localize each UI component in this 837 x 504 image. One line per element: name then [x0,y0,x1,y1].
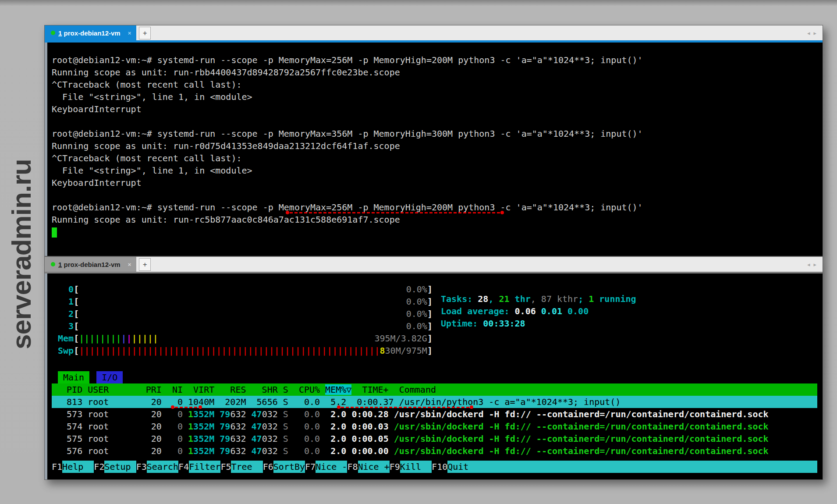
fkey-f6[interactable]: F6 [263,461,273,473]
meter-zone: ||||||||||||||||||||||||||||||||||||||||… [79,344,427,357]
cell-segment: 352M [193,446,214,456]
column-header-group[interactable]: MEM%▽ [325,384,351,395]
process-row-selected[interactable]: 813 root 20 0 1040M 202M 5656 S 0.0 5.2 … [52,396,817,408]
htop-tab-io[interactable]: I/O [96,371,123,383]
fkey-label-setup[interactable]: Setup [104,461,136,473]
meter-row: 3[0.0%] [58,320,817,332]
process-row[interactable]: 573 root 20 0 1352M 79632 47032 S 0.0 2.… [52,408,817,420]
cell-segment [246,433,252,444]
tab-scroll-arrows[interactable]: ◂ ▸ [807,257,816,272]
cell-segment: S [278,446,288,456]
process-row[interactable]: 574 root 20 0 1352M 79632 47032 S 0.0 2.… [52,420,817,433]
text-cursor [52,227,57,238]
fkey-label-sortby[interactable]: SortBy [273,461,305,473]
text-segment: thr [510,294,531,304]
cell-segment: 574 root 20 [56,421,162,432]
new-tab-button[interactable]: + [139,27,151,39]
cell-segment [214,409,220,419]
meter-bracket: ] [427,321,433,331]
meter-bars: ||||||||||||||||||||||||||||||||||||||||… [79,345,379,356]
column-header-group[interactable]: TIME+ Command [351,384,436,395]
text-segment: 0.00 [567,306,589,316]
meter-value-part: 30M/975M [385,345,427,356]
close-icon[interactable]: × [128,30,131,36]
htop-meters: 0[0.0%] 1[0.0%] 2[0.0%] 3[0.0%]Mem[|||||… [52,283,817,357]
process-table-header[interactable]: PID USER PRI NI VIRT RES SHR S CPU% MEM%… [52,383,817,396]
fkey-f3[interactable]: F3 [136,461,147,473]
cell-segment: 352M [193,409,214,419]
cell-segment: 0:00.05 [346,433,388,444]
htop-screen-tabs: MainI/O [58,371,817,383]
terminal-output-top[interactable]: root@debian12-vm:~# systemd-run --scope … [45,43,823,256]
tab-prox-debian12-vm[interactable]: 1 prox-debian12-vm × [45,25,136,40]
fkey-f9[interactable]: F9 [390,461,400,473]
scroll-left-icon[interactable]: ◂ [807,261,810,268]
cell-segment: 032 [262,409,278,419]
cell-segment [214,433,220,444]
tab-scroll-arrows[interactable]: ◂ ▸ [807,25,816,40]
terminal-line: root@debian12-vm:~# systemd-run --scope … [52,201,817,213]
cell-segment: 79 [220,433,230,444]
meter-bracket: [ [74,284,79,295]
terminal-window-bottom: 1 prox-debian12-vm × + ◂ ▸ 0[0.0%] 1[0.0… [44,256,823,480]
annotation-dash-res [175,407,198,408]
cell-segment: S [278,409,288,419]
cell-segment: 632 [230,433,246,444]
tab-prox-debian12-vm-2[interactable]: 1 prox-debian12-vm × [45,257,136,272]
cell-segment: S [278,433,288,444]
terminal-line: root@debian12-vm:~# systemd-run --scope … [52,54,817,66]
meter-bracket: ] [427,345,433,356]
fkey-label-help[interactable]: Help [62,461,94,473]
fkey-label-kill[interactable]: Kill [400,461,432,473]
meter-bracket: [ [74,333,79,344]
fkey-f10[interactable]: F10 [432,461,447,473]
fkey-f5[interactable]: F5 [220,461,231,473]
meter-bar-segment: | [121,333,127,344]
fkey-label-search[interactable]: Search [147,461,178,473]
process-row[interactable]: 575 root 20 0 1352M 79632 47032 S 0.0 2.… [52,433,817,445]
cell-segment: 47 [252,421,262,432]
close-icon[interactable]: × [128,261,131,268]
text-segment: 1 [589,294,594,304]
cell-segment: 632 [230,409,246,419]
meter-row: 2[0.0%] [58,308,817,320]
process-row[interactable]: 576 root 20 0 1352M 79632 47032 S 0.0 2.… [52,445,817,457]
scroll-right-icon[interactable]: ▸ [813,30,816,36]
cell-segment: 0 [162,421,183,432]
cell-segment: 352M [193,433,214,444]
cell-segment: 79 [220,446,230,456]
fkey-f4[interactable]: F4 [178,461,189,473]
meter-value-part: 395M/3.82G [374,333,427,344]
cell-segment [183,446,188,456]
fkey-label-quit[interactable]: Quit [447,461,817,473]
cell-segment: 79 [220,421,230,432]
text-segment: 87 kthr [541,294,578,304]
fkey-label-filter[interactable]: Filter [189,461,220,473]
column-header-group[interactable]: PID USER PRI NI VIRT RES SHR S CPU% [56,384,325,395]
fkey-f1[interactable]: F1 [52,461,62,473]
meter-bracket: ] [427,309,433,319]
terminal-output-bottom[interactable]: 0[0.0%] 1[0.0%] 2[0.0%] 3[0.0%]Mem[|||||… [45,273,823,479]
scroll-right-icon[interactable]: ▸ [813,261,816,268]
annotation-dash-process [341,407,470,408]
summary-line: Uptime: 00:33:28 [441,317,636,330]
fkey-f7[interactable]: F7 [305,461,316,473]
fkey-f2[interactable]: F2 [94,461,104,473]
htop: 0[0.0%] 1[0.0%] 2[0.0%] 3[0.0%]Mem[|||||… [52,283,817,479]
watermark: serveradmin.ru [2,127,40,381]
cell-segment: 032 [262,433,278,444]
fkey-label-tree[interactable]: Tree [231,461,262,473]
htop-tab-main[interactable]: Main [58,371,89,383]
scroll-left-icon[interactable]: ◂ [807,30,810,36]
fkey-f8[interactable]: F8 [347,461,358,473]
text-segment: 0.01 [541,306,567,316]
cell-segment: 0:00.03 [346,421,388,432]
cell-segment: 47 [252,433,262,444]
meter-row: 1[0.0%] [58,295,817,308]
cell-segment: 47 [252,446,262,456]
fkey-label-nice[interactable]: Nice - [316,461,347,473]
fkey-label-nice[interactable]: Nice + [358,461,390,473]
new-tab-button[interactable]: + [139,258,151,271]
summary-line: Load average: 0.06 0.01 0.00 [441,305,636,317]
terminal-line: KeyboardInterrupt [52,177,817,189]
